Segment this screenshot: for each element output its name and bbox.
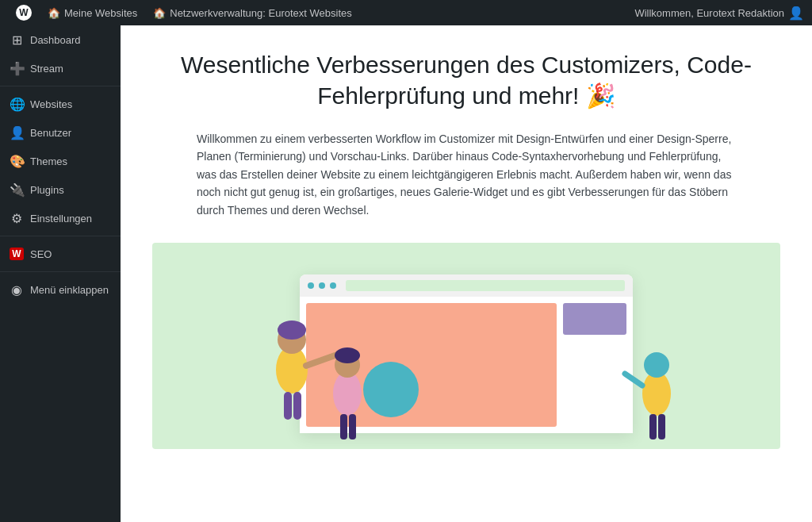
main-content: Wesentliche Verbesserungen des Customize…	[121, 25, 812, 522]
sidebar-item-label: Dashboard	[30, 34, 81, 46]
svg-point-6	[333, 371, 362, 416]
svg-point-11	[642, 371, 671, 416]
dashboard-icon: ⊞	[10, 33, 24, 48]
sidebar-item-label: SEO	[30, 248, 52, 260]
network-admin-label: Netzwerkverwaltung: Eurotext Websites	[170, 7, 352, 19]
sidebar-separator-3	[0, 271, 121, 272]
my-sites-menu[interactable]: 🏠 Meine Websites	[40, 0, 145, 25]
seo-icon: W	[10, 248, 24, 260]
wp-logo-icon: W	[16, 5, 32, 21]
sidebar-item-themes[interactable]: 🎨 Themes	[0, 147, 121, 175]
sidebar-item-label: Einstellungen	[30, 213, 92, 225]
svg-point-2	[278, 320, 306, 340]
admin-bar-right: Willkommen, Eurotext Redaktion 👤	[634, 6, 804, 21]
sidebar-item-collapse[interactable]: ◉ Menü einklappen	[0, 275, 121, 304]
benutzer-icon: 👤	[10, 125, 24, 140]
svg-line-15	[625, 374, 642, 386]
sidebar-separator	[0, 86, 121, 86]
article-body: Willkommen zu einem verbesserten Workflo…	[197, 130, 736, 219]
sidebar-item-websites[interactable]: 🌐 Websites	[0, 90, 121, 118]
collapse-icon: ◉	[10, 282, 24, 297]
sidebar-item-label: Menü einklappen	[30, 284, 109, 296]
illustration-wrapper	[152, 243, 780, 449]
person-1	[276, 320, 339, 420]
sidebar-item-einstellungen[interactable]: ⚙ Einstellungen	[0, 204, 121, 232]
themes-icon: 🎨	[10, 154, 24, 169]
article-title: Wesentliche Verbesserungen des Customize…	[152, 49, 780, 111]
figure-right-group	[617, 306, 696, 449]
sidebar-separator-2	[0, 236, 121, 236]
svg-point-8	[335, 347, 360, 363]
user-icon: 👤	[788, 6, 804, 21]
person-2	[333, 347, 362, 439]
sidebar-item-stream[interactable]: ➕ Stream	[0, 54, 121, 83]
svg-rect-4	[284, 392, 292, 420]
person-3	[625, 352, 671, 439]
sidebar: ⊞ Dashboard ➕ Stream 🌐 Websites 👤 Benutz…	[0, 25, 121, 522]
stream-icon: ➕	[10, 61, 24, 76]
browser-dot-3	[330, 282, 336, 289]
svg-rect-14	[658, 414, 665, 439]
home-icon: 🏠	[48, 7, 60, 19]
admin-bar: W 🏠 Meine Websites 🏠 Netzwerkverwaltung:…	[0, 0, 812, 25]
network-home-icon: 🏠	[153, 7, 166, 19]
websites-icon: 🌐	[10, 97, 24, 112]
welcome-text: Willkommen, Eurotext Redaktion	[634, 7, 784, 19]
sidebar-item-plugins[interactable]: 🔌 Plugins	[0, 175, 121, 204]
plugins-icon: 🔌	[10, 182, 24, 198]
browser-address-bar	[346, 280, 625, 291]
svg-rect-10	[349, 414, 356, 439]
svg-rect-13	[649, 414, 657, 439]
svg-line-3	[306, 354, 339, 366]
browser-dot-2	[319, 282, 325, 289]
sidebar-item-label: Benutzer	[30, 127, 71, 139]
wp-logo-button[interactable]: W	[8, 0, 40, 25]
teal-circle	[363, 362, 419, 417]
sidebar-item-dashboard[interactable]: ⊞ Dashboard	[0, 25, 121, 54]
svg-rect-9	[340, 414, 347, 439]
illustration-container	[152, 243, 780, 449]
sidebar-item-seo[interactable]: W SEO	[0, 240, 121, 268]
sidebar-item-label: Stream	[30, 63, 63, 75]
sidebar-item-benutzer[interactable]: 👤 Benutzer	[0, 118, 121, 147]
my-sites-label: Meine Websites	[64, 7, 137, 19]
main-layout: ⊞ Dashboard ➕ Stream 🌐 Websites 👤 Benutz…	[0, 25, 812, 522]
einstellungen-icon: ⚙	[10, 211, 24, 226]
svg-rect-5	[293, 392, 301, 420]
svg-point-12	[644, 352, 669, 378]
network-admin-menu[interactable]: 🏠 Netzwerkverwaltung: Eurotext Websites	[145, 0, 360, 25]
browser-dot-1	[308, 282, 314, 289]
sidebar-item-label: Websites	[30, 98, 72, 110]
sidebar-item-label: Plugins	[30, 184, 64, 196]
sidebar-item-label: Themes	[30, 155, 67, 167]
